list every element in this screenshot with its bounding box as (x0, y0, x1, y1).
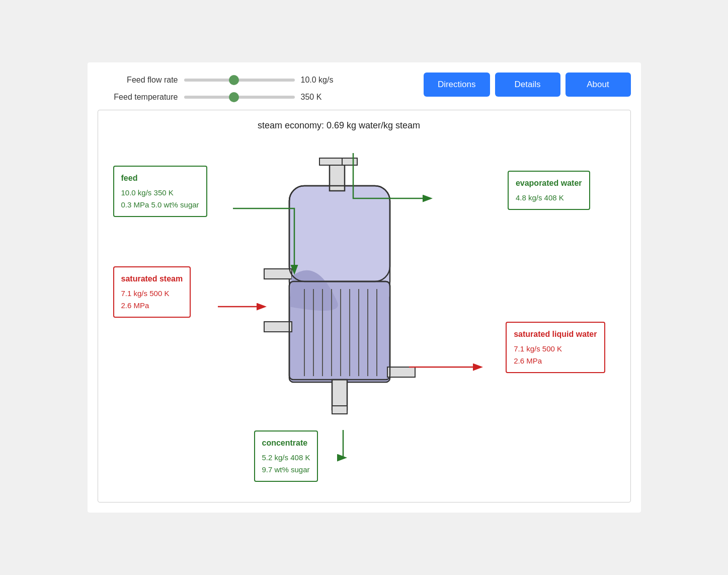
steam-info-box: saturated steam 7.1 kg/s 500 K 2.6 MPa (113, 266, 191, 318)
svg-rect-5 (342, 158, 357, 165)
feed-flow-rate-thumb[interactable] (229, 75, 239, 85)
feed-flow-rate-track[interactable] (184, 79, 295, 82)
feed-temperature-label: Feed temperature (98, 93, 178, 102)
diagram-container: steam economy: 0.69 kg water/kg steam fe… (98, 110, 631, 502)
sat-liquid-line2: 2.6 MPa (514, 355, 597, 367)
steam-line2: 2.6 MPa (121, 300, 183, 312)
feed-flow-rate-row: Feed flow rate 10.0 kg/s (98, 76, 403, 85)
svg-rect-19 (332, 406, 347, 414)
evaporator-diagram (259, 140, 430, 443)
details-button[interactable]: Details (495, 73, 560, 97)
feed-flow-rate-value: 10.0 kg/s (301, 76, 341, 85)
sliders-section: Feed flow rate 10.0 kg/s Feed temperatur… (98, 73, 403, 102)
concentrate-line2: 9.7 wt% sugar (262, 464, 310, 476)
evap-line1: 4.8 kg/s 408 K (516, 192, 582, 204)
feed-temperature-track[interactable] (184, 96, 295, 99)
feed-flow-rate-label: Feed flow rate (98, 76, 178, 85)
feed-temperature-value: 350 K (301, 93, 341, 102)
feed-line1: 10.0 kg/s 350 K (121, 187, 199, 199)
directions-button[interactable]: Directions (424, 73, 490, 97)
sat-liquid-info-box: saturated liquid water 7.1 kg/s 500 K 2.… (506, 322, 605, 373)
feed-title: feed (121, 172, 199, 185)
steam-economy-label: steam economy: 0.69 kg water/kg steam (58, 120, 620, 131)
buttons-section: Directions Details About (424, 73, 631, 97)
svg-rect-4 (319, 158, 345, 165)
sat-liquid-line1: 7.1 kg/s 500 K (514, 343, 597, 355)
concentrate-line1: 5.2 kg/s 408 K (262, 452, 310, 464)
svg-rect-6 (264, 269, 292, 279)
evap-info-box: evaporated water 4.8 kg/s 408 K (508, 171, 590, 210)
evap-title: evaporated water (516, 177, 582, 190)
feed-temperature-thumb[interactable] (229, 92, 239, 102)
feed-line2: 0.3 MPa 5.0 wt% sugar (121, 199, 199, 211)
app-container: Feed flow rate 10.0 kg/s Feed temperatur… (88, 62, 641, 513)
feed-temperature-row: Feed temperature 350 K (98, 93, 403, 102)
svg-rect-7 (264, 322, 292, 332)
svg-rect-8 (387, 367, 415, 377)
steam-title: saturated steam (121, 272, 183, 285)
controls-row: Feed flow rate 10.0 kg/s Feed temperatur… (98, 73, 631, 102)
sat-liquid-title: saturated liquid water (514, 328, 597, 341)
about-button[interactable]: About (565, 73, 631, 97)
steam-line1: 7.1 kg/s 500 K (121, 288, 183, 300)
feed-info-box: feed 10.0 kg/s 350 K 0.3 MPa 5.0 wt% sug… (113, 166, 207, 217)
